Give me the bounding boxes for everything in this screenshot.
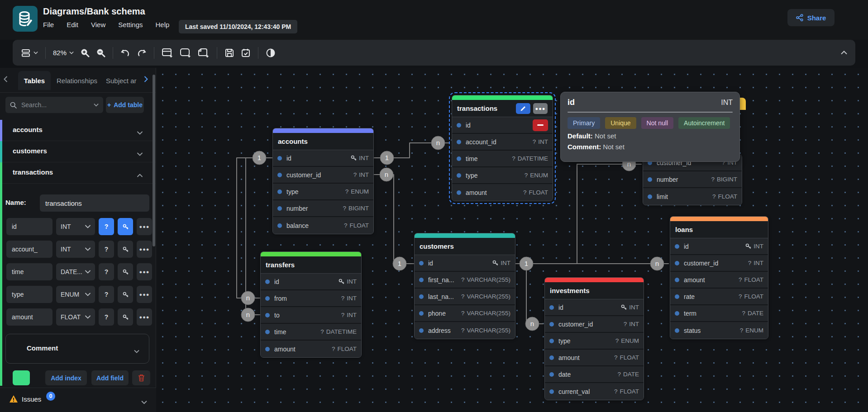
- table-field-row[interactable]: from?INT: [261, 290, 361, 307]
- field-type-select[interactable]: FLOAT: [56, 308, 95, 326]
- sidebar-table-item-transactions[interactable]: transactions: [0, 162, 156, 184]
- table-field-row[interactable]: date?DATE: [545, 366, 644, 383]
- table-name-input[interactable]: transactions: [40, 194, 149, 212]
- sidebar-scrollbar[interactable]: [153, 75, 155, 246]
- comment-section[interactable]: Comment: [5, 334, 149, 364]
- tabs-scroll-left-icon[interactable]: [4, 76, 8, 84]
- table-field-row[interactable]: id: [452, 117, 553, 134]
- zoom-in-button[interactable]: [80, 48, 90, 57]
- table-field-row[interactable]: time?DATETIME: [452, 151, 553, 167]
- table-field-row[interactable]: amount?FLOAT: [670, 272, 768, 289]
- zoom-level-dropdown[interactable]: 82%: [53, 49, 74, 57]
- nullable-toggle[interactable]: ?: [99, 218, 114, 235]
- table-field-row[interactable]: account_id?INT: [452, 134, 553, 151]
- delete-table-button[interactable]: [132, 370, 150, 385]
- nullable-toggle[interactable]: ?: [99, 241, 114, 258]
- field-name-input[interactable]: amount: [6, 308, 52, 326]
- table-field-row[interactable]: idINT: [415, 255, 515, 272]
- table-field-row[interactable]: customer_id?INT: [670, 255, 768, 272]
- add-field-button[interactable]: Add field: [91, 370, 129, 385]
- issues-footer[interactable]: Issues 0: [0, 388, 156, 412]
- canvas-table-transfers[interactable]: transfersidINTfrom?INTto?INTtime?DATETIM…: [260, 251, 362, 358]
- table-field-row[interactable]: type?ENUM: [545, 333, 644, 350]
- menu-file[interactable]: File: [43, 21, 54, 28]
- primary-key-toggle[interactable]: [118, 286, 133, 303]
- search-input[interactable]: Search...: [5, 97, 103, 113]
- table-field-row[interactable]: to?INT: [261, 307, 361, 324]
- field-more-button[interactable]: ●●●: [137, 218, 152, 235]
- canvas-table-transactions[interactable]: transactions●●●idaccount_id?INTtime?DATE…: [452, 95, 553, 201]
- tab-relationships[interactable]: Relationships: [53, 71, 100, 90]
- field-type-select[interactable]: DATE...: [56, 263, 95, 280]
- table-field-row[interactable]: current_val?FLOAT: [545, 383, 644, 400]
- table-field-row[interactable]: phone?VARCHAR(255): [415, 305, 515, 322]
- table-more-button[interactable]: ●●●: [533, 103, 548, 114]
- table-field-row[interactable]: number?BIGINT: [643, 171, 742, 188]
- field-more-button[interactable]: ●●●: [137, 263, 152, 280]
- menu-settings[interactable]: Settings: [118, 21, 143, 28]
- table-field-row[interactable]: address?VARCHAR(255): [415, 322, 515, 339]
- tab-subject-areas[interactable]: Subject ar: [106, 71, 141, 90]
- table-field-row[interactable]: customer_id?INT: [545, 316, 644, 333]
- task-calendar-button[interactable]: [241, 48, 251, 58]
- tabs-scroll-right-icon[interactable]: [144, 76, 148, 84]
- field-more-button[interactable]: ●●●: [137, 286, 152, 303]
- collapse-toolbar-button[interactable]: [841, 51, 847, 55]
- table-color-swatch[interactable]: [13, 370, 30, 385]
- add-note-button[interactable]: [198, 47, 210, 58]
- table-field-row[interactable]: status?ENUM: [670, 322, 768, 339]
- canvas-table-accounts[interactable]: accountsidINTcustomer_id?INTtype?ENUMnum…: [272, 128, 374, 234]
- nullable-toggle[interactable]: ?: [99, 308, 114, 326]
- canvas-table-investments[interactable]: investmentsidINTcustomer_id?INTtype?ENUM…: [544, 277, 644, 400]
- table-field-row[interactable]: type?ENUM: [452, 167, 553, 184]
- undo-button[interactable]: [120, 48, 130, 57]
- add-table-button[interactable]: + Add table: [106, 97, 144, 113]
- theme-contrast-button[interactable]: [266, 48, 276, 58]
- table-field-row[interactable]: amount?FLOAT: [545, 350, 644, 366]
- primary-key-toggle[interactable]: [118, 308, 133, 326]
- table-field-row[interactable]: amount?FLOAT: [452, 184, 553, 201]
- relationship-line[interactable]: [577, 164, 642, 264]
- relationship-line[interactable]: [374, 175, 414, 264]
- canvas-table-loans[interactable]: loansidINTcustomer_id?INTamount?FLOATrat…: [670, 216, 768, 339]
- table-field-row[interactable]: idINT: [670, 238, 768, 255]
- table-field-row[interactable]: customer_id?INT: [273, 167, 373, 184]
- table-field-row[interactable]: idINT: [261, 274, 361, 290]
- field-name-input[interactable]: time: [6, 263, 52, 280]
- field-more-button[interactable]: ●●●: [137, 241, 152, 258]
- app-logo-icon[interactable]: [13, 6, 38, 32]
- field-more-button[interactable]: ●●●: [137, 308, 152, 326]
- field-type-select[interactable]: INT: [56, 218, 95, 235]
- field-name-input[interactable]: id: [6, 218, 52, 235]
- diagram-canvas[interactable]: 1nn1nn11nnn accountsidINTcustomer_id?INT…: [156, 68, 868, 412]
- field-name-input[interactable]: account_: [6, 241, 52, 258]
- field-type-select[interactable]: INT: [56, 241, 95, 258]
- table-field-row[interactable]: idINT: [273, 150, 373, 167]
- canvas-table-customers[interactable]: customersidINTfirst_na...?VARCHAR(255)la…: [414, 233, 515, 339]
- table-field-row[interactable]: last_na...?VARCHAR(255): [415, 289, 515, 305]
- nullable-toggle[interactable]: ?: [99, 263, 114, 280]
- nullable-toggle[interactable]: ?: [99, 286, 114, 303]
- menu-help[interactable]: Help: [155, 21, 169, 28]
- add-table-icon-button[interactable]: [162, 47, 173, 58]
- layout-options-button[interactable]: [21, 48, 38, 57]
- primary-key-toggle[interactable]: [118, 263, 133, 280]
- redo-button[interactable]: [137, 48, 147, 57]
- table-field-row[interactable]: balance?FLOAT: [273, 217, 373, 234]
- sidebar-table-item-customers[interactable]: customers: [0, 141, 156, 162]
- menu-edit[interactable]: Edit: [67, 21, 78, 28]
- table-field-row[interactable]: term?DATE: [670, 305, 768, 322]
- share-button[interactable]: Share: [787, 9, 835, 26]
- primary-key-toggle[interactable]: [118, 241, 133, 258]
- field-name-input[interactable]: type: [6, 286, 52, 303]
- add-area-button[interactable]: [180, 47, 191, 58]
- table-field-row[interactable]: rate?FLOAT: [670, 289, 768, 305]
- table-field-row[interactable]: time?DATETIME: [261, 324, 361, 341]
- sidebar-table-item-accounts[interactable]: accounts: [0, 120, 156, 141]
- menu-view[interactable]: View: [91, 21, 105, 28]
- zoom-out-button[interactable]: [96, 48, 105, 57]
- save-button[interactable]: [224, 48, 234, 58]
- field-type-select[interactable]: ENUM: [56, 286, 95, 303]
- table-field-row[interactable]: amount?FLOAT: [261, 341, 361, 357]
- primary-key-toggle[interactable]: [118, 218, 133, 235]
